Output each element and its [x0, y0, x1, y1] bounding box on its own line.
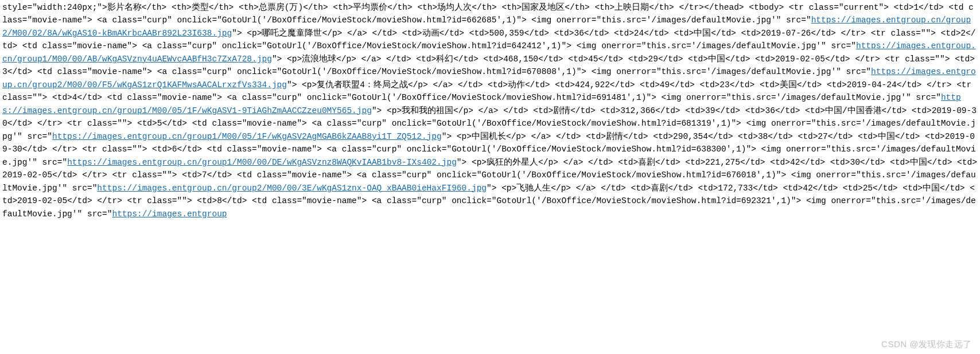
image-url-link[interactable]: https://images.entgroup.cn/group2/M00/00…	[97, 184, 487, 193]
image-url-link[interactable]: https://images.entgroup	[112, 209, 227, 219]
source-code-block: style="width:240px;">影片名称</th> <th>类型</t…	[2, 3, 977, 219]
image-url-link[interactable]: https://images.entgroup.cn/group1/M00/05…	[52, 132, 442, 141]
image-url-link[interactable]: https://images.entgroup.cn/group1/M00/00…	[67, 158, 457, 167]
